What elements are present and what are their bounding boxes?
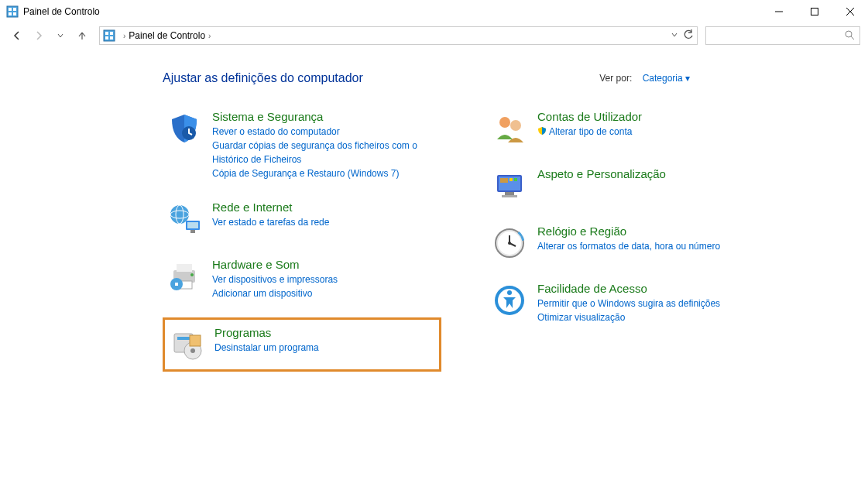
address-dropdown-icon[interactable] (671, 30, 678, 41)
category-link[interactable]: Rever o estado do computador (212, 125, 438, 139)
category-user-accounts: Contas de Utilizador Alterar tipo de con… (488, 107, 767, 150)
svg-rect-10 (105, 32, 108, 35)
category-link[interactable]: Otimizar visualização (537, 310, 720, 324)
category-link[interactable]: Ver estado e tarefas da rede (212, 215, 329, 229)
svg-rect-12 (105, 36, 108, 39)
svg-point-34 (499, 117, 510, 128)
breadcrumb-root[interactable]: Painel de Controlo (129, 30, 205, 41)
category-title[interactable]: Hardware e Som (212, 258, 338, 271)
svg-point-35 (510, 120, 521, 131)
shield-icon (166, 110, 203, 147)
svg-point-14 (846, 31, 852, 37)
window-title: Painel de Controlo (23, 6, 761, 17)
svg-rect-24 (177, 264, 192, 272)
svg-rect-40 (514, 178, 517, 181)
programs-icon (168, 326, 205, 363)
maximize-button[interactable] (797, 0, 832, 23)
address-bar[interactable]: › Painel de Controlo › (99, 26, 698, 45)
titlebar: Painel de Controlo (0, 0, 868, 23)
category-appearance: Aspeto e Personalização (488, 164, 767, 207)
svg-rect-1 (9, 8, 12, 11)
user-accounts-icon (491, 110, 528, 147)
category-programs: Programas Desinstalar um programa (163, 317, 441, 372)
forward-button[interactable] (29, 26, 48, 45)
category-title[interactable]: Rede e Internet (212, 201, 329, 214)
category-title[interactable]: Programas (214, 326, 319, 339)
page-heading: Ajustar as definições do computador (163, 71, 814, 85)
svg-rect-11 (110, 32, 113, 35)
category-link[interactable]: Cópia de Segurança e Restauro (Windows 7… (212, 166, 438, 180)
ease-of-access-icon (491, 282, 528, 319)
chevron-right-icon[interactable]: › (205, 32, 214, 40)
category-title[interactable]: Aspeto e Personalização (537, 167, 666, 180)
svg-rect-6 (811, 9, 818, 15)
svg-point-51 (507, 290, 512, 295)
globe-network-icon (166, 201, 203, 238)
svg-rect-41 (505, 192, 514, 195)
view-by: Ver por: Categoria ▾ (599, 73, 690, 84)
back-button[interactable] (8, 26, 26, 45)
content-area: Ajustar as definições do computador Ver … (0, 48, 868, 386)
category-link[interactable]: Desinstalar um programa (214, 341, 319, 355)
control-panel-icon (103, 29, 115, 42)
view-by-label: Ver por: (599, 73, 632, 84)
category-link[interactable]: Guardar cópias de segurança dos ficheiro… (212, 139, 438, 166)
category-title[interactable]: Contas de Utilizador (537, 110, 642, 123)
svg-rect-2 (13, 8, 16, 11)
uac-shield-icon (537, 125, 547, 139)
right-column: Contas de Utilizador Alterar tipo de con… (488, 107, 767, 386)
category-link[interactable]: Alterar tipo de conta (537, 125, 642, 139)
svg-rect-13 (110, 36, 113, 39)
svg-rect-33 (190, 335, 201, 346)
svg-rect-30 (177, 337, 190, 340)
left-column: Sistema e Segurança Rever o estado do co… (163, 107, 441, 386)
chevron-right-icon[interactable]: › (120, 32, 129, 40)
category-link[interactable]: Ver dispositivos e impressoras (212, 273, 338, 286)
svg-point-47 (508, 242, 511, 245)
category-link[interactable]: Alterar os formatos de data, hora ou núm… (537, 239, 720, 253)
category-link[interactable]: Permitir que o Windows sugira as definiç… (537, 297, 720, 310)
svg-rect-42 (502, 195, 517, 197)
svg-line-15 (851, 36, 854, 39)
minimize-button[interactable] (761, 0, 797, 23)
recent-dropdown[interactable] (51, 26, 70, 45)
close-button[interactable] (832, 0, 868, 23)
svg-point-26 (190, 273, 194, 276)
svg-rect-22 (190, 230, 195, 233)
control-panel-icon (6, 5, 19, 18)
svg-rect-3 (9, 12, 12, 15)
svg-rect-39 (509, 178, 513, 181)
category-ease-of-access: Facilidade de Acesso Permitir que o Wind… (488, 279, 767, 328)
printer-icon (166, 258, 203, 295)
window-buttons (761, 0, 868, 23)
svg-rect-38 (500, 178, 508, 183)
up-button[interactable] (73, 26, 91, 45)
svg-point-32 (190, 348, 195, 353)
category-clock-region: Relógio e Região Alterar os formatos de … (488, 221, 767, 265)
category-title[interactable]: Relógio e Região (537, 225, 720, 238)
search-input[interactable] (705, 26, 860, 45)
category-title[interactable]: Facilidade de Acesso (537, 282, 720, 295)
view-by-dropdown[interactable]: Categoria ▾ (643, 73, 690, 84)
category-title[interactable]: Sistema e Segurança (212, 110, 438, 123)
category-hardware-sound: Hardware e Som Ver dispositivos e impres… (163, 255, 441, 304)
category-link[interactable]: Adicionar um dispositivo (212, 286, 338, 300)
navbar: › Painel de Controlo › (0, 23, 868, 48)
search-icon (844, 29, 855, 43)
clock-icon (491, 225, 528, 262)
svg-rect-28 (175, 283, 178, 286)
personalization-icon (491, 167, 528, 204)
category-system-security: Sistema e Segurança Rever o estado do co… (163, 107, 441, 183)
category-network: Rede e Internet Ver estado e tarefas da … (163, 197, 441, 241)
svg-rect-21 (187, 222, 198, 228)
refresh-button[interactable] (683, 29, 694, 43)
svg-rect-4 (13, 12, 16, 15)
